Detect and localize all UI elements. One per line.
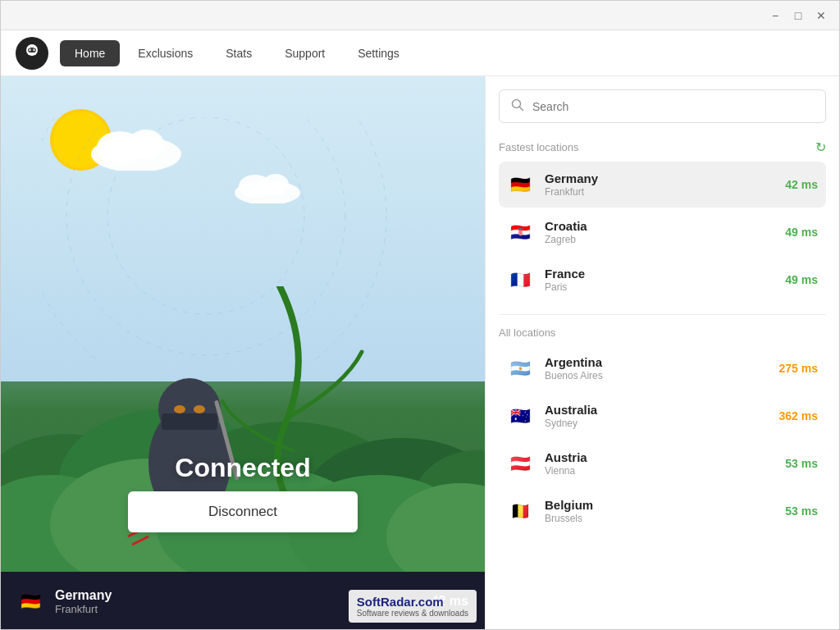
cloud-2 — [231, 167, 304, 203]
svg-point-28 — [194, 405, 205, 413]
location-item-croatia[interactable]: 🇭🇷 Croatia Zagreb 49 ms — [499, 209, 826, 255]
croatia-info: Croatia Zagreb — [545, 219, 785, 245]
location-item-france[interactable]: 🇫🇷 France Paris 49 ms — [499, 257, 826, 303]
croatia-ping: 49 ms — [785, 226, 818, 239]
right-panel: Fastest locations ↻ 🇩🇪 Germany Frankfurt… — [485, 76, 839, 630]
location-item-argentina[interactable]: 🇦🇷 Argentina Buenos Aires 275 ms — [499, 345, 826, 391]
germany-info: Germany Frankfurt — [545, 171, 785, 198]
argentina-flag: 🇦🇷 — [507, 355, 533, 381]
france-city: Paris — [545, 281, 785, 293]
australia-flag: 🇦🇺 — [507, 403, 533, 429]
argentina-country: Argentina — [545, 355, 779, 369]
australia-info: Australia Sydney — [545, 403, 779, 429]
left-panel: Connected Disconnect 🇩🇪 Germany Frankfur… — [1, 76, 485, 630]
austria-ping: 53 ms — [785, 457, 818, 470]
navbar: Home Exclusions Stats Support Settings — [1, 30, 839, 76]
australia-ping: 362 ms — [779, 409, 818, 422]
fastest-section-header: Fastest locations ↻ — [499, 139, 826, 155]
germany-country: Germany — [545, 171, 785, 185]
france-flag: 🇫🇷 — [507, 267, 533, 293]
croatia-city: Zagreb — [545, 234, 785, 245]
svg-point-4 — [33, 48, 34, 50]
all-section-header: All locations — [499, 326, 826, 339]
watermark-title: SoftRadar.com — [357, 595, 468, 609]
tab-support[interactable]: Support — [270, 40, 340, 66]
austria-flag: 🇦🇹 — [507, 450, 533, 477]
tab-home[interactable]: Home — [60, 40, 120, 66]
tab-stats[interactable]: Stats — [211, 40, 267, 66]
logo-circle — [16, 37, 48, 70]
logo — [14, 35, 50, 71]
minimize-button[interactable]: − — [764, 4, 787, 27]
germany-city: Frankfurt — [545, 186, 785, 198]
svg-point-25 — [158, 378, 221, 441]
svg-point-27 — [174, 405, 185, 413]
watermark-subtitle: Software reviews & downloads — [357, 609, 468, 618]
close-button[interactable]: ✕ — [810, 4, 833, 27]
location-item-germany[interactable]: 🇩🇪 Germany Frankfurt 42 ms — [499, 162, 826, 208]
france-info: France Paris — [545, 267, 785, 293]
all-section-title: All locations — [499, 326, 555, 339]
svg-rect-2 — [28, 52, 36, 55]
tab-settings[interactable]: Settings — [343, 40, 414, 66]
australia-city: Sydney — [545, 418, 779, 429]
location-item-austria[interactable]: 🇦🇹 Austria Vienna 53 ms — [499, 441, 826, 486]
maximize-button[interactable]: □ — [787, 4, 810, 27]
belgium-info: Belgium Brussels — [545, 498, 785, 524]
search-icon — [511, 98, 524, 114]
refresh-icon[interactable]: ↻ — [815, 139, 826, 155]
belgium-country: Belgium — [545, 498, 785, 512]
svg-point-3 — [29, 48, 30, 50]
nature-bushes — [1, 286, 485, 582]
svg-line-33 — [520, 107, 523, 111]
austria-info: Austria Vienna — [545, 450, 785, 477]
france-country: France — [545, 267, 785, 281]
belgium-flag: 🇧🇪 — [507, 498, 533, 524]
main-content: Connected Disconnect 🇩🇪 Germany Frankfur… — [1, 76, 839, 630]
croatia-country: Croatia — [545, 219, 785, 233]
title-bar: − □ ✕ — [1, 1, 839, 30]
germany-ping: 42 ms — [785, 178, 818, 191]
belgium-ping: 53 ms — [785, 504, 818, 518]
svg-rect-26 — [162, 413, 217, 430]
search-box — [499, 89, 826, 123]
search-input[interactable] — [532, 100, 814, 113]
croatia-flag: 🇭🇷 — [507, 219, 533, 245]
argentina-info: Argentina Buenos Aires — [545, 355, 779, 381]
austria-city: Vienna — [545, 465, 785, 477]
fastest-section-title: Fastest locations — [499, 141, 579, 153]
france-ping: 49 ms — [785, 273, 818, 286]
watermark: SoftRadar.com Software reviews & downloa… — [349, 590, 477, 623]
tab-exclusions[interactable]: Exclusions — [123, 40, 208, 66]
belgium-city: Brussels — [545, 513, 785, 524]
cloud-1 — [87, 121, 185, 171]
location-item-australia[interactable]: 🇦🇺 Australia Sydney 362 ms — [499, 393, 826, 439]
argentina-ping: 275 ms — [779, 362, 818, 375]
disconnect-button[interactable]: Disconnect — [128, 491, 358, 532]
germany-flag: 🇩🇪 — [507, 171, 533, 198]
nav-tabs: Home Exclusions Stats Support Settings — [60, 30, 414, 75]
connected-status-text: Connected — [175, 453, 310, 483]
svg-point-13 — [262, 174, 289, 195]
australia-country: Australia — [545, 403, 779, 417]
section-divider — [499, 314, 826, 315]
ninja-icon — [21, 42, 43, 65]
argentina-city: Buenos Aires — [545, 370, 779, 381]
austria-country: Austria — [545, 450, 785, 464]
svg-point-10 — [128, 130, 164, 159]
location-item-belgium[interactable]: 🇧🇪 Belgium Brussels 53 ms — [499, 488, 826, 534]
status-flag: 🇩🇪 — [17, 588, 43, 614]
